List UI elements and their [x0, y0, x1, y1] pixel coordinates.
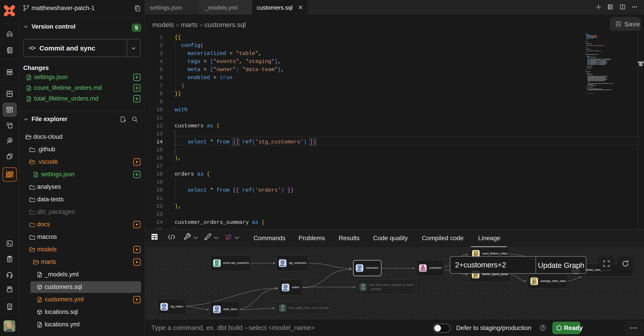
- svg-text:MDL: MDL: [280, 264, 285, 267]
- svg-text:MET: MET: [532, 282, 537, 285]
- svg-text:MDL: MDL: [214, 310, 220, 313]
- svg-text:MDL: MDL: [283, 289, 288, 291]
- svg-text:MET: MET: [473, 276, 478, 278]
- svg-text:MDL: MDL: [357, 269, 362, 272]
- svg-text:TST: TST: [280, 309, 285, 312]
- svg-text:TST: TST: [361, 288, 366, 291]
- svg-text:SRC: SRC: [214, 264, 220, 267]
- svg-text:MDL: MDL: [162, 308, 167, 310]
- svg-text:SEM: SEM: [420, 269, 426, 272]
